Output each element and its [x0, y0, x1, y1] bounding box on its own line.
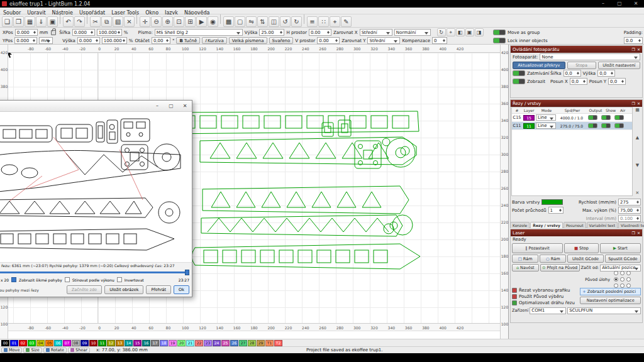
palette-color-08[interactable]: 08: [72, 340, 80, 346]
width-percent-input[interactable]: 100.000: [97, 29, 122, 36]
move-layer-up-icon[interactable]: ▲: [636, 135, 639, 140]
palette-color-T2[interactable]: T2: [274, 340, 282, 346]
layer-mode-select[interactable]: Line: [536, 123, 556, 129]
stop-button[interactable]: ■Stop: [564, 243, 599, 253]
dialog-minimize-icon[interactable]: –: [150, 102, 164, 111]
layer-air-toggle[interactable]: [614, 123, 624, 128]
job-origin-radio-8[interactable]: [626, 283, 631, 288]
home-button[interactable]: ⌂Navést: [512, 264, 539, 272]
workspace-canvas[interactable]: -80-60-40-200204060801001201401601802002…: [0, 45, 508, 339]
zoom-out-icon[interactable]: ⊖: [151, 16, 162, 27]
palette-color-07[interactable]: 07: [63, 340, 71, 346]
layer-color-chip[interactable]: 11: [523, 123, 535, 129]
delete-icon[interactable]: ✕: [124, 16, 135, 27]
palette-color-15[interactable]: 15: [133, 340, 142, 346]
optimization-settings-button[interactable]: Nastavení optimalizace: [580, 297, 641, 304]
rotate-tool-button[interactable]: Rotate: [43, 348, 67, 353]
job-origin-radio-5[interactable]: [626, 277, 631, 282]
preview-dialog[interactable]: – ▢ ✕: [0, 100, 192, 297]
move-tool-button[interactable]: Move: [1, 348, 22, 353]
ok-button[interactable]: Ok: [174, 285, 189, 294]
palette-color-24[interactable]: 24: [213, 340, 221, 346]
job-origin-radio-2[interactable]: [626, 271, 631, 275]
palette-color-05[interactable]: 05: [45, 340, 53, 346]
goto-origin-button[interactable]: ⊙Přejít na Původ: [540, 264, 580, 272]
italic-button[interactable]: IKurzíva: [202, 37, 227, 44]
max-power-input[interactable]: 75,00: [618, 207, 641, 214]
dock-right-icon[interactable]: ◨: [475, 28, 484, 36]
camera-width-input[interactable]: 0,0: [564, 70, 581, 77]
compensation-input[interactable]: 0: [432, 37, 447, 44]
trace-button[interactable]: Stopa: [567, 62, 596, 69]
save-file-icon[interactable]: ▦: [25, 16, 35, 27]
new-file-icon[interactable]: ❏: [2, 16, 13, 27]
palette-color-25[interactable]: 25: [221, 340, 230, 346]
palette-color-04[interactable]: 04: [36, 340, 45, 346]
preview-progress-slider[interactable]: [0, 270, 189, 275]
speed-input[interactable]: 275: [618, 199, 641, 206]
job-origin-radio-1[interactable]: [620, 271, 625, 275]
layer-row-C11[interactable]: C1111Line275.0 / 75.0: [512, 122, 632, 130]
tab-konzole[interactable]: Konzole: [510, 222, 530, 228]
layer-show-toggle[interactable]: [601, 115, 611, 120]
screen-capture-icon[interactable]: ▣: [47, 16, 58, 27]
move-layer-down-icon[interactable]: ▼: [636, 163, 639, 168]
save-gcode-button[interactable]: Uložit GCode: [567, 255, 603, 263]
job-origin-radio-3[interactable]: [614, 277, 618, 282]
float-panel-icon[interactable]: ❐: [632, 231, 635, 235]
move-as-group-toggle[interactable]: [493, 30, 506, 35]
layer-output-toggle[interactable]: [588, 115, 597, 120]
dock-center-icon[interactable]: ▣: [465, 28, 474, 36]
xshift-input[interactable]: 0,0: [570, 78, 587, 85]
preview-dialog-titlebar[interactable]: – ▢ ✕: [0, 101, 192, 112]
palette-color-T1[interactable]: T1: [265, 340, 274, 346]
ypos-input[interactable]: 0.000: [14, 37, 37, 44]
dialog-close-icon[interactable]: ✕: [178, 102, 192, 111]
rubber-frame-button[interactable]: ○Rám: [540, 255, 566, 263]
port-select[interactable]: COM1: [530, 307, 566, 314]
yshift-input[interactable]: 0,0: [608, 78, 626, 85]
palette-color-22[interactable]: 22: [195, 340, 203, 346]
run-gcode-button[interactable]: Spustit GCode: [605, 255, 641, 263]
palette-color-00[interactable]: 00: [1, 340, 9, 346]
weld-button[interactable]: Svařeno: [269, 37, 294, 44]
save-camera-settings-button[interactable]: Uložit nastavení: [598, 62, 640, 69]
layer-mode-select[interactable]: Line: [536, 114, 556, 121]
palette-color-19[interactable]: 19: [169, 340, 177, 346]
delete-layer-icon[interactable]: ✕: [636, 190, 640, 195]
frame-button[interactable]: □Rám: [512, 255, 538, 263]
tab-posunout[interactable]: Posunout: [564, 222, 586, 228]
camera-icon[interactable]: ◉: [208, 16, 218, 27]
play-button[interactable]: Přehrát: [146, 285, 171, 294]
palette-color-18[interactable]: 18: [160, 340, 168, 346]
pause-button[interactable]: ‖Pozastavit: [512, 243, 563, 253]
dialog-maximize-icon[interactable]: ▢: [164, 102, 178, 111]
job-origin-radio-0[interactable]: [614, 271, 618, 275]
copy-icon[interactable]: ⧉: [101, 16, 112, 27]
start-here-button[interactable]: Začněte zde: [67, 285, 102, 294]
palette-color-06[interactable]: 06: [54, 340, 62, 346]
device-select[interactable]: SCULPFUN: [567, 307, 641, 314]
palette-icon[interactable]: ▦: [635, 107, 640, 112]
group-icon[interactable]: ▩: [223, 16, 234, 27]
lock-inner-toggle[interactable]: [493, 38, 506, 43]
palette-color-12[interactable]: 12: [107, 340, 115, 346]
layer-color-swatch[interactable]: [541, 199, 563, 205]
camera-height-input[interactable]: 0,0: [597, 70, 615, 77]
palette-color-28[interactable]: 28: [248, 340, 256, 346]
maximize-icon[interactable]: ▢: [611, 0, 628, 8]
distribute-icon[interactable]: ∷: [318, 16, 329, 27]
palette-color-10[interactable]: 10: [89, 340, 97, 346]
close-panel-icon[interactable]: ✕: [637, 231, 640, 235]
start-button[interactable]: ▶Start: [600, 243, 641, 253]
shade-power-checkbox[interactable]: [65, 277, 70, 282]
undo-icon[interactable]: ↶: [63, 16, 74, 27]
save-image-button[interactable]: Uložit obrázek: [104, 285, 143, 294]
slider-handle[interactable]: [185, 270, 189, 275]
vspace-input[interactable]: 0.00: [317, 37, 340, 44]
flip-vertical-icon[interactable]: ⇅: [257, 16, 268, 27]
shear-tool-button[interactable]: Shear: [68, 348, 90, 353]
layer-air-toggle[interactable]: [614, 115, 624, 120]
camera-select[interactable]: None: [540, 53, 640, 60]
palette-color-14[interactable]: 14: [125, 340, 133, 346]
